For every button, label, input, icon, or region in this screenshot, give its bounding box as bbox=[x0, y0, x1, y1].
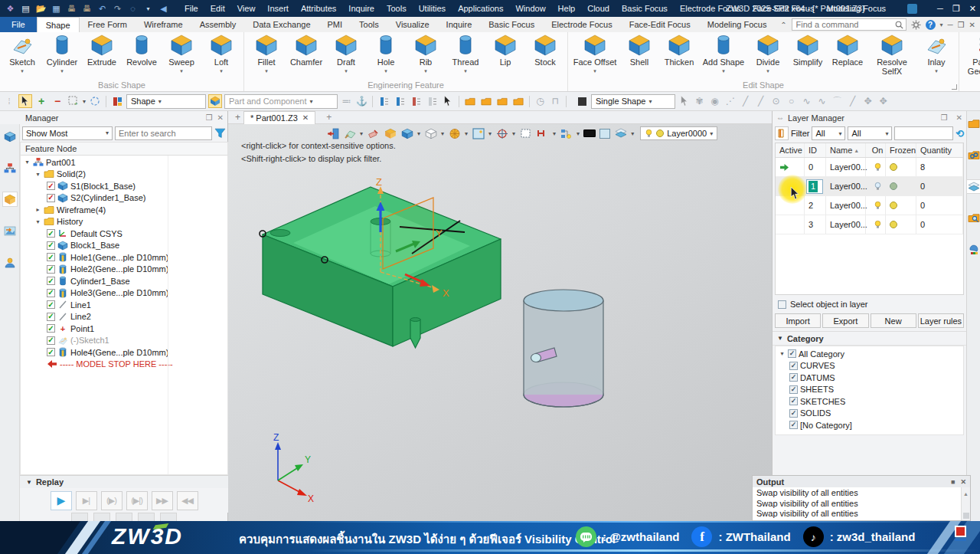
checkbox-checked[interactable] bbox=[47, 182, 55, 190]
checkbox-checked[interactable] bbox=[47, 277, 55, 285]
view-plane-icon[interactable] bbox=[343, 127, 356, 140]
float-panel-icon[interactable]: ❒ bbox=[206, 113, 213, 122]
chevron-down-icon[interactable]: ▾ bbox=[512, 130, 515, 137]
frozen-state-icon[interactable] bbox=[890, 163, 897, 171]
visual-manager-tab-icon[interactable] bbox=[2, 192, 18, 207]
arc-icon[interactable]: ⌒ bbox=[831, 95, 844, 108]
checkbox-checked[interactable] bbox=[47, 194, 55, 202]
close-panel-icon[interactable]: ✕ bbox=[956, 113, 962, 122]
checkbox-checked[interactable] bbox=[47, 253, 55, 261]
export-button[interactable]: Export bbox=[822, 313, 868, 328]
feature-node-column-header[interactable]: Feature Node bbox=[20, 142, 228, 156]
rotate-target-icon[interactable] bbox=[495, 127, 508, 140]
tab-inquire[interactable]: Inquire bbox=[438, 17, 481, 32]
circle-icon[interactable]: ○ bbox=[785, 95, 798, 108]
menu-tools[interactable]: Tools bbox=[381, 0, 413, 17]
doc-stack-icon-3[interactable] bbox=[495, 94, 509, 108]
menu-cloud[interactable]: Cloud bbox=[581, 0, 616, 17]
expand-caret-icon[interactable]: ▾ bbox=[24, 159, 31, 166]
menu-applications[interactable]: Applications bbox=[452, 0, 509, 17]
tree-item-block1-base[interactable]: Block1_Base bbox=[21, 240, 227, 252]
shade-cube-icon[interactable] bbox=[384, 127, 397, 140]
tool-chamfer[interactable]: Chamfer bbox=[286, 33, 326, 80]
color-filter-icon[interactable] bbox=[110, 94, 124, 108]
list-mode-icon-1[interactable] bbox=[377, 94, 390, 108]
menu-utilities[interactable]: Utilities bbox=[413, 0, 452, 17]
tree-item-line2[interactable]: Line2 bbox=[21, 311, 227, 323]
remove-from-selection-icon[interactable]: − bbox=[51, 94, 64, 108]
list-mode-icon-4[interactable] bbox=[425, 94, 439, 108]
tool-thread[interactable]: Thread▾ bbox=[446, 33, 485, 80]
tool-cylinder[interactable]: Cylinder▾ bbox=[42, 33, 82, 80]
tree-item-s1[interactable]: S1(Block1_Base) bbox=[21, 180, 227, 192]
checkbox-checked[interactable] bbox=[47, 289, 55, 297]
scrollbar-thumb[interactable] bbox=[963, 513, 969, 519]
replay-step-button[interactable]: ▶| bbox=[76, 491, 97, 510]
render-palette-tab-icon[interactable] bbox=[967, 243, 980, 256]
bracket-icon[interactable]: ⊓ bbox=[549, 95, 562, 108]
category-curves[interactable]: CURVES bbox=[776, 360, 963, 372]
checkbox-unchecked[interactable] bbox=[778, 300, 786, 309]
list-mode-icon-2[interactable] bbox=[393, 94, 407, 108]
new-button[interactable]: New bbox=[871, 313, 916, 328]
context-filter-select[interactable]: Part and Component▾ bbox=[224, 94, 338, 109]
close-doc-icon[interactable]: ✕ bbox=[969, 21, 975, 29]
tree-item-cylinder1-base[interactable]: Cylinder1_Base bbox=[21, 275, 227, 287]
tree-item-history[interactable]: ▾History bbox=[21, 216, 227, 228]
checkbox-checked[interactable] bbox=[47, 229, 55, 238]
output-scrollbar[interactable]: ▲ bbox=[961, 487, 970, 520]
layer-tool-icon[interactable] bbox=[775, 126, 789, 140]
filter-scope-select[interactable]: All▾ bbox=[812, 126, 845, 140]
collapse-caret-icon[interactable]: ▸ bbox=[34, 206, 41, 213]
tab-tools[interactable]: Tools bbox=[351, 17, 387, 32]
tree-item-s2[interactable]: S2(Cylinder1_Base) bbox=[21, 192, 227, 205]
tab-free-form[interactable]: Free Form bbox=[80, 17, 136, 32]
layer-row-2[interactable]: 2 Layer00... 0 bbox=[776, 196, 963, 215]
background-icon[interactable] bbox=[472, 127, 485, 140]
expand-caret-icon[interactable]: ▾ bbox=[779, 350, 786, 357]
tree-item-model-stop[interactable]: ----- MODEL STOP HERE ----- bbox=[21, 359, 227, 371]
select-object-row[interactable]: Select object in layer bbox=[773, 297, 966, 312]
filter-list-icon[interactable]: ≕ bbox=[340, 95, 353, 108]
add-to-selection-icon[interactable]: + bbox=[34, 94, 48, 108]
category-datums[interactable]: DATUMS bbox=[776, 372, 963, 384]
category-sheets[interactable]: SHEETS bbox=[776, 384, 963, 396]
doc-stack-icon-1[interactable] bbox=[463, 94, 477, 108]
grab-face-icon-1[interactable]: ✥ bbox=[861, 95, 874, 108]
layer-row-0[interactable]: 0 Layer00... 8 bbox=[776, 158, 963, 177]
tool-simplify[interactable]: Simplify bbox=[788, 33, 828, 80]
filter-funnel-icon[interactable] bbox=[214, 127, 226, 139]
checkbox-checked[interactable] bbox=[789, 362, 798, 370]
tool-loft[interactable]: Loft▾ bbox=[201, 33, 241, 80]
frozen-state-icon[interactable] bbox=[890, 221, 897, 228]
tool-pattern-geometry[interactable]: Pattern Geometry▾ bbox=[962, 33, 980, 82]
tool-thicken[interactable]: Thicken bbox=[659, 33, 699, 80]
session-tab-icon[interactable] bbox=[2, 254, 18, 270]
checkbox-checked[interactable] bbox=[788, 349, 796, 358]
pick-last-icon[interactable] bbox=[678, 95, 691, 108]
category-solids[interactable]: SOLIDS bbox=[776, 408, 963, 420]
bulb-on-icon[interactable] bbox=[874, 220, 882, 229]
collapse-ribbon-icon[interactable]: ⌃ bbox=[780, 21, 786, 29]
replay-play-button[interactable]: ▶ bbox=[51, 491, 72, 510]
menu-basic-focus[interactable]: Basic Focus bbox=[616, 0, 674, 17]
help-icon[interactable]: ? bbox=[926, 20, 936, 30]
menu-insert[interactable]: Insert bbox=[261, 0, 295, 17]
category-all[interactable]: ▾All Category bbox=[776, 348, 963, 360]
tree-item-hole1[interactable]: Hole1(Gene...ple D10mm) bbox=[21, 251, 227, 264]
tree-item-hole4[interactable]: Hole4(Gene...ple D10mm) bbox=[21, 346, 227, 359]
replay-play-through-button[interactable]: (▶|) bbox=[126, 491, 148, 510]
stop-log-icon[interactable]: ■ bbox=[951, 478, 955, 486]
tab-wireframe[interactable]: Wireframe bbox=[136, 17, 191, 32]
layer-rules-button[interactable]: Layer rules bbox=[918, 313, 964, 328]
checkbox-checked[interactable] bbox=[789, 397, 798, 405]
history-clock-icon[interactable]: ◷ bbox=[534, 95, 547, 108]
layer-manager-tab-icon[interactable] bbox=[967, 180, 980, 193]
exit-target-icon[interactable] bbox=[326, 127, 339, 140]
checkbox-checked[interactable] bbox=[47, 265, 55, 274]
menu-view[interactable]: View bbox=[231, 0, 262, 17]
tab-pmi[interactable]: PMI bbox=[319, 17, 351, 32]
tab-file[interactable]: File bbox=[0, 17, 37, 32]
undo-icon[interactable]: ↶ bbox=[96, 3, 108, 15]
chevron-down-icon[interactable]: ▾ bbox=[488, 130, 492, 137]
